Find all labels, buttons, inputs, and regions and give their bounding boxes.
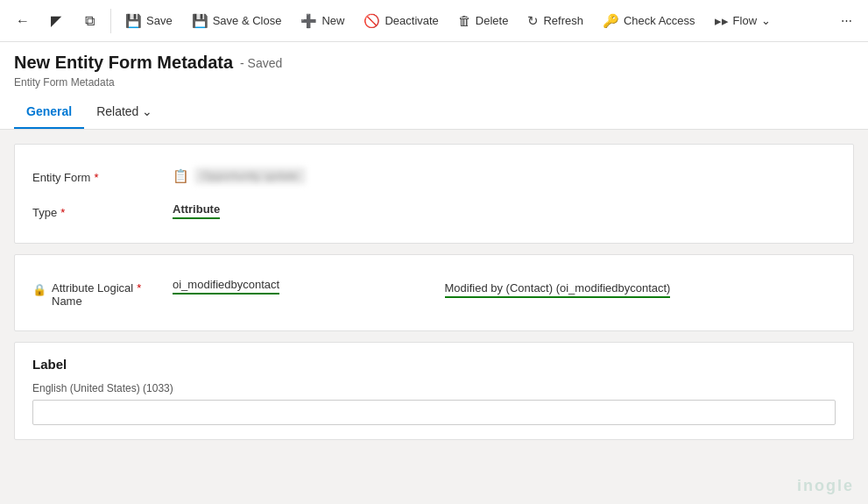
new-icon: ➕ (300, 13, 317, 29)
attribute-section: 🔒 Attribute Logical Name * oi_modifiedby… (14, 254, 854, 331)
new-button[interactable]: ➕ New (292, 8, 353, 34)
tab-bar: General Related ⌄ (14, 96, 854, 129)
save-button[interactable]: 💾 Save (116, 8, 181, 34)
label-section-heading: Label (32, 357, 836, 372)
back-button[interactable]: ← (7, 5, 39, 37)
display-name-value[interactable]: Modified by (Contact) (oi_modifiedbycont… (445, 278, 836, 298)
fullscreen-button[interactable]: ◤ (40, 5, 72, 37)
save-close-label: Save & Close (213, 14, 282, 27)
tab-general[interactable]: General (14, 96, 84, 129)
entity-form-value[interactable]: 📋 Opportunity update (173, 167, 836, 184)
refresh-icon: ↻ (527, 13, 539, 29)
delete-button[interactable]: 🗑 Delete (449, 8, 518, 33)
attribute-logical-name-label: 🔒 Attribute Logical Name * (32, 278, 173, 308)
main-content: Entity Form * 📋 Opportunity update Type … (0, 130, 868, 454)
new-label: New (321, 14, 344, 27)
attribute-logical-name-row: 🔒 Attribute Logical Name * oi_modifiedby… (32, 269, 424, 316)
delete-label: Delete (476, 14, 509, 27)
entity-form-blurred-value: Opportunity update (194, 167, 306, 184)
fullscreen-icon: ◤ (51, 12, 61, 29)
label-input[interactable] (32, 400, 836, 425)
display-name-row: Modified by (Contact) (oi_modifiedbycont… (445, 269, 836, 307)
attribute-cols: 🔒 Attribute Logical Name * oi_modifiedby… (32, 269, 836, 316)
label-section: Label English (United States) (1033) (14, 342, 854, 440)
attribute-logical-name-value: oi_modifiedbycontact (173, 278, 279, 295)
page-title: New Entity Form Metadata (14, 53, 233, 73)
delete-icon: 🗑 (458, 13, 471, 28)
page-wrapper: ← ◤ ⧉ 💾 Save 💾 Save & Close ➕ New 🚫 Deac… (0, 0, 868, 504)
type-value[interactable]: Attribute (173, 202, 836, 219)
flow-label: Flow (733, 14, 757, 27)
tab-related[interactable]: Related ⌄ (84, 96, 165, 129)
related-chevron-icon: ⌄ (142, 104, 152, 118)
deactivate-icon: 🚫 (363, 13, 380, 29)
page-subtitle: Entity Form Metadata (14, 76, 854, 89)
deactivate-button[interactable]: 🚫 Deactivate (355, 8, 447, 34)
locale-label: English (United States) (1033) (32, 382, 836, 394)
entity-form-edit-icon: 📋 (173, 168, 189, 184)
check-access-label: Check Access (624, 14, 695, 27)
saved-status: - Saved (240, 56, 282, 70)
entity-form-required: * (94, 171, 98, 184)
check-access-icon: 🔑 (603, 13, 619, 29)
flow-button[interactable]: ▸▸ Flow ⌄ (706, 8, 780, 34)
lock-icon: 🔒 (32, 283, 46, 296)
entity-form-row: Entity Form * 📋 Opportunity update (32, 159, 836, 194)
more-button[interactable]: ⋯ (832, 9, 861, 32)
tab-general-label: General (26, 104, 72, 118)
save-icon: 💾 (125, 13, 142, 29)
separator-1 (110, 9, 111, 33)
refresh-label: Refresh (543, 14, 583, 27)
save-close-button[interactable]: 💾 Save & Close (183, 8, 291, 34)
restore-icon: ⧉ (85, 13, 95, 29)
attribute-value[interactable]: oi_modifiedbycontact (173, 278, 424, 295)
restore-button[interactable]: ⧉ (74, 5, 105, 37)
save-close-icon: 💾 (192, 13, 208, 29)
attr-required: * (137, 281, 141, 295)
flow-chevron-icon: ⌄ (761, 14, 771, 27)
more-icon: ⋯ (841, 14, 852, 27)
toolbar: ← ◤ ⧉ 💾 Save 💾 Save & Close ➕ New 🚫 Deac… (0, 0, 868, 42)
type-field-value: Attribute (173, 202, 220, 219)
watermark: inogle (797, 477, 854, 495)
title-row: New Entity Form Metadata - Saved (14, 53, 854, 73)
flow-icon: ▸▸ (715, 13, 729, 29)
attribute-left-col: 🔒 Attribute Logical Name * oi_modifiedby… (32, 269, 424, 316)
type-required: * (60, 206, 65, 219)
entity-form-section: Entity Form * 📋 Opportunity update Type … (14, 144, 854, 244)
attribute-right-col: Modified by (Contact) (oi_modifiedbycont… (445, 269, 836, 307)
page-header: New Entity Form Metadata - Saved Entity … (0, 42, 868, 130)
save-label: Save (146, 14, 173, 27)
deactivate-label: Deactivate (385, 14, 438, 27)
type-row: Type * Attribute (32, 194, 836, 229)
refresh-button[interactable]: ↻ Refresh (519, 8, 592, 34)
check-access-button[interactable]: 🔑 Check Access (594, 8, 704, 34)
entity-form-label: Entity Form * (32, 167, 173, 184)
display-name-text: Modified by (Contact) (oi_modifiedbycont… (445, 281, 671, 298)
tab-related-label: Related (96, 104, 138, 118)
back-icon: ← (16, 13, 30, 29)
type-label: Type * (32, 202, 173, 219)
